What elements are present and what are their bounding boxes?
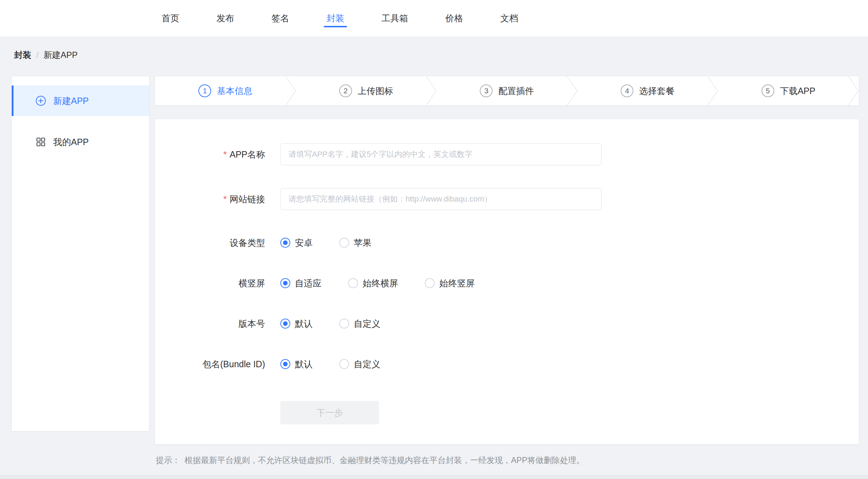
radio-always-landscape[interactable]: 始终横屏 xyxy=(348,277,398,289)
sidebar-item-new-app[interactable]: 新建APP xyxy=(12,86,149,116)
nav-item-docs[interactable]: 文档 xyxy=(500,0,518,37)
step-basic-info: 1 基本信息 xyxy=(155,76,296,105)
radio-selected-icon xyxy=(280,278,290,288)
radio-unselected-icon xyxy=(348,278,358,288)
form-row-orientation: 横竖屏 自适应 始终横屏 始终竖屏 xyxy=(155,277,859,290)
nav-item-pricing[interactable]: 价格 xyxy=(445,0,463,37)
required-asterisk: * xyxy=(223,194,227,204)
step-label: 配置插件 xyxy=(498,85,534,97)
radio-unselected-icon xyxy=(425,278,435,288)
radio-android[interactable]: 安卓 xyxy=(280,237,313,249)
radio-selected-icon xyxy=(280,359,290,369)
tip-prefix: 提示： xyxy=(156,455,180,466)
radio-unselected-icon xyxy=(339,238,349,248)
required-asterisk: * xyxy=(223,149,227,159)
nav-item-publish[interactable]: 发布 xyxy=(216,0,234,37)
next-step-button[interactable]: 下一步 xyxy=(280,401,379,424)
site-url-label: *网站链接 xyxy=(155,193,265,205)
step-label: 下载APP xyxy=(780,85,815,97)
step-configure-plugins: 3 配置插件 xyxy=(436,76,577,105)
breadcrumb-separator: / xyxy=(36,50,39,60)
app-name-input[interactable] xyxy=(280,143,601,165)
form-row-app-name: *APP名称 xyxy=(155,143,859,165)
top-navigation: 首页 发布 签名 封装 工具箱 价格 文档 xyxy=(0,0,868,37)
form-actions: 下一步 xyxy=(155,401,859,424)
main-nav: 首页 发布 签名 封装 工具箱 价格 文档 xyxy=(161,0,518,37)
radio-unselected-icon xyxy=(339,319,349,329)
radio-label: 安卓 xyxy=(295,237,313,249)
radio-version-custom[interactable]: 自定义 xyxy=(339,318,380,330)
radio-unselected-icon xyxy=(339,359,349,369)
step-number: 1 xyxy=(198,84,211,97)
breadcrumb-package[interactable]: 封装 xyxy=(14,49,31,61)
sidebar-item-label: 新建APP xyxy=(53,95,89,107)
step-upload-icon: 2 上传图标 xyxy=(296,76,437,105)
nav-item-sign[interactable]: 签名 xyxy=(271,0,289,37)
radio-version-default[interactable]: 默认 xyxy=(280,318,313,330)
radio-label: 默认 xyxy=(295,358,313,370)
bundle-id-label: 包名(Bundle ID) xyxy=(155,358,265,370)
step-select-plan: 4 选择套餐 xyxy=(577,76,718,105)
nav-item-package[interactable]: 封装 xyxy=(326,0,344,37)
radio-label: 自定义 xyxy=(354,358,380,370)
radio-label: 自适应 xyxy=(295,277,322,289)
tip-text: 根据最新平台规则，不允许区块链虚拟币、金融理财类等违规内容在平台封装，一经发现，… xyxy=(185,455,584,466)
radio-adaptive[interactable]: 自适应 xyxy=(280,277,322,289)
radio-selected-icon xyxy=(280,319,290,329)
bundle-id-radio-group: 默认 自定义 xyxy=(280,358,380,370)
step-label: 上传图标 xyxy=(358,85,393,97)
form-row-site-url: *网站链接 xyxy=(155,188,859,210)
app-name-label: *APP名称 xyxy=(155,149,265,160)
radio-label: 苹果 xyxy=(354,237,372,249)
step-number: 4 xyxy=(621,84,633,97)
step-label: 选择套餐 xyxy=(639,85,675,97)
footer-strip xyxy=(0,475,868,479)
sidebar-item-my-app[interactable]: 我的APP xyxy=(12,127,149,157)
radio-always-portrait[interactable]: 始终竖屏 xyxy=(425,277,475,289)
step-number: 3 xyxy=(480,84,493,97)
radio-label: 始终竖屏 xyxy=(439,277,475,289)
form-row-device-type: 设备类型 安卓 苹果 xyxy=(155,236,859,249)
step-arrow-icon xyxy=(567,76,577,105)
step-arrow-icon xyxy=(285,76,296,105)
step-download-app: 5 下载APP xyxy=(718,76,859,105)
step-number: 2 xyxy=(339,84,352,97)
main-layout: 新建APP 我的APP 1 基本信息 2 xyxy=(0,60,868,466)
nav-item-home[interactable]: 首页 xyxy=(161,0,179,37)
radio-bundle-custom[interactable]: 自定义 xyxy=(339,358,380,370)
nav-item-toolbox[interactable]: 工具箱 xyxy=(381,0,408,37)
step-label: 基本信息 xyxy=(217,85,252,97)
site-url-input[interactable] xyxy=(280,188,601,210)
plus-circle-icon xyxy=(35,95,46,106)
platform-rule-tip: 提示： 根据最新平台规则，不允许区块链虚拟币、金融理财类等违规内容在平台封装，一… xyxy=(155,455,859,466)
step-number: 5 xyxy=(762,84,774,97)
grid-icon xyxy=(35,137,46,147)
orientation-label: 横竖屏 xyxy=(155,277,265,289)
radio-apple[interactable]: 苹果 xyxy=(339,237,372,249)
form-row-bundle-id: 包名(Bundle ID) 默认 自定义 xyxy=(155,358,859,370)
version-label: 版本号 xyxy=(155,318,265,330)
orientation-radio-group: 自适应 始终横屏 始终竖屏 xyxy=(280,277,475,290)
content-area: 1 基本信息 2 上传图标 3 配置插件 4 选择套餐 5 下载APP xyxy=(155,76,859,466)
form-row-version: 版本号 默认 自定义 xyxy=(155,317,859,330)
radio-selected-icon xyxy=(280,238,290,248)
device-type-label: 设备类型 xyxy=(155,237,265,249)
device-type-radio-group: 安卓 苹果 xyxy=(280,236,372,249)
breadcrumb-new-app: 新建APP xyxy=(44,49,78,61)
radio-label: 自定义 xyxy=(354,318,380,330)
version-radio-group: 默认 自定义 xyxy=(280,317,380,330)
breadcrumb: 封装 / 新建APP xyxy=(0,37,868,60)
radio-bundle-default[interactable]: 默认 xyxy=(280,358,313,370)
step-arrow-icon xyxy=(848,76,859,105)
step-arrow-icon xyxy=(707,76,718,105)
sidebar: 新建APP 我的APP xyxy=(12,76,149,431)
sidebar-item-label: 我的APP xyxy=(53,136,89,148)
form-card: *APP名称 *网站链接 设备类型 安卓 xyxy=(155,119,859,444)
radio-label: 始终横屏 xyxy=(363,277,398,289)
radio-label: 默认 xyxy=(295,318,313,330)
steps-bar: 1 基本信息 2 上传图标 3 配置插件 4 选择套餐 5 下载APP xyxy=(155,76,859,105)
step-arrow-icon xyxy=(426,76,436,105)
